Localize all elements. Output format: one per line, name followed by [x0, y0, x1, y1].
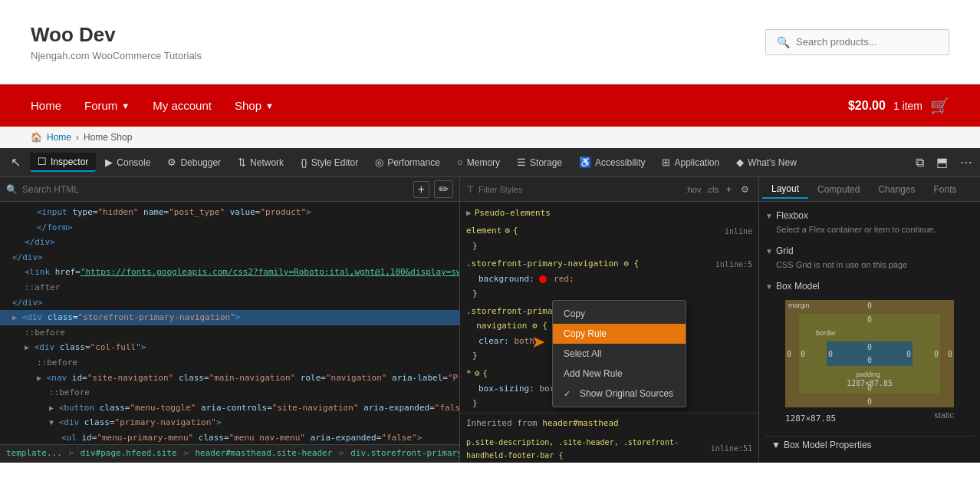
tab-layout[interactable]: Layout: [762, 180, 808, 199]
devtools-responsive-btn[interactable]: ⧉: [911, 153, 929, 173]
margin-right: 0: [948, 350, 952, 358]
site-branding: Woo Dev Njengah.com WooCommerce Tutorial…: [31, 23, 202, 61]
nav-forum[interactable]: Forum ▼: [84, 99, 130, 112]
tab-storage[interactable]: ☰ Storage: [509, 153, 570, 171]
html-line: ▼ <div class="primary-navigation">: [0, 415, 459, 430]
breadcrumb-sep: ›: [76, 132, 79, 143]
shop-dropdown-icon: ▼: [265, 101, 274, 110]
html-line: <ul id="menu-primary-menu" class="menu n…: [0, 430, 459, 444]
storefront-selector-1[interactable]: .storefront-primary-navigation ⚙ { inlin…: [466, 257, 752, 272]
box-model-info: 1287×87.85 static: [785, 410, 954, 424]
flexbox-title[interactable]: ▼ Flexbox: [765, 208, 974, 223]
tab-application[interactable]: ⊞ Application: [654, 153, 727, 171]
box-model-title[interactable]: ▼ Box Model: [765, 279, 974, 294]
search-box[interactable]: 🔍: [765, 29, 949, 55]
breadcrumb-current: Home Shop: [84, 132, 132, 143]
nav-home[interactable]: Home: [31, 99, 61, 112]
position-info: 1287×87.85: [785, 414, 836, 424]
tab-storage-label: Storage: [530, 157, 562, 168]
tab-debugger[interactable]: ⚙ Debugger: [159, 153, 229, 171]
breadcrumb-icon: 🏠: [31, 132, 42, 143]
cart-area[interactable]: $20.00 1 item 🛒: [848, 97, 949, 115]
html-line: <input type="hidden" name="post_type" va…: [0, 205, 459, 220]
tab-inspector[interactable]: ☐ Inspector: [30, 153, 96, 172]
breadcrumb: 🏠 Home › Home Shop: [0, 127, 980, 148]
search-input[interactable]: [796, 36, 938, 48]
forum-dropdown-icon: ▼: [121, 101, 130, 110]
context-menu-arrow: ➤: [531, 332, 545, 352]
cart-price: $20.00: [848, 99, 886, 113]
tab-changes[interactable]: Changes: [869, 181, 924, 198]
html-add-node-btn[interactable]: +: [413, 181, 429, 198]
margin-bottom: 0: [867, 397, 872, 406]
devtools-panels: 🔍 + ✏ <input type="hidden" name="post_ty…: [0, 177, 980, 463]
site-title: Woo Dev: [31, 23, 202, 47]
tab-network[interactable]: ⇅ Network: [230, 153, 291, 171]
tab-network-label: Network: [250, 157, 284, 168]
tab-computed[interactable]: Computed: [808, 181, 869, 198]
grid-title[interactable]: ▼ Grid: [765, 243, 974, 259]
html-pick-btn[interactable]: ✏: [434, 180, 453, 198]
css-panel: ⊤ :hov .cls + ⚙ ▶ Pseudo-elements: [460, 177, 759, 463]
ctx-copy-rule[interactable]: Copy Rule: [553, 324, 686, 344]
css-settings-btn[interactable]: ⚙: [738, 183, 752, 196]
nav-myaccount[interactable]: My account: [153, 99, 212, 112]
nav-links: Home Forum ▼ My account Shop ▼: [31, 99, 274, 112]
css-add-btn[interactable]: +: [723, 183, 735, 196]
css-hov-btn[interactable]: :hov: [686, 185, 702, 194]
grid-toggle-icon: ▼: [765, 247, 773, 255]
box-model-toggle-icon: ▼: [765, 282, 773, 291]
search-icon: 🔍: [777, 36, 790, 48]
tab-style-editor[interactable]: {} Style Editor: [293, 153, 366, 171]
inspector-icon: ☐: [38, 156, 47, 167]
devtools-cursor-btn[interactable]: ↖: [3, 152, 28, 173]
inherited-section: Inherited from header#masthead: [460, 413, 758, 434]
css-filter-input[interactable]: [478, 185, 681, 194]
flexbox-section: ▼ Flexbox Select a Flex container or ite…: [765, 208, 974, 237]
bc-nav: div.storefront-primary-navigation: [350, 448, 459, 458]
css-source: inline: [725, 225, 752, 238]
ctx-select-all[interactable]: Select All: [553, 344, 686, 364]
context-menu: ➤ Copy Copy Rule Select All Add New Rule…: [552, 300, 686, 407]
tab-accessibility[interactable]: ♿ Accessibility: [571, 153, 653, 171]
box-model-props-title[interactable]: ▼ Box Model Properties: [765, 436, 974, 453]
element-selector[interactable]: element ⚙ { inline: [466, 224, 752, 239]
devtools-more-btn[interactable]: ⋯: [955, 152, 977, 173]
css-prop-background: background: red;: [466, 272, 752, 288]
css-toolbar: ⊤ :hov .cls + ⚙: [460, 177, 758, 202]
storage-icon: ☰: [517, 157, 526, 168]
box-model-props-icon: ▼: [771, 440, 781, 450]
html-search-bar[interactable]: 🔍 + ✏: [0, 177, 459, 202]
html-search-input[interactable]: [22, 184, 409, 195]
this-element-section: element ⚙ { inline }: [460, 222, 758, 255]
ctx-show-original[interactable]: Show Original Sources: [553, 384, 686, 404]
tab-fonts[interactable]: Fonts: [924, 181, 965, 198]
html-line: ::before: [0, 325, 459, 341]
ctx-select-all-label: Select All: [564, 348, 601, 359]
bc-template: template...: [6, 448, 62, 458]
tab-console[interactable]: ▶ Console: [97, 153, 158, 171]
cart-icon: 🛒: [930, 97, 949, 115]
css-cls-btn[interactable]: .cls: [705, 185, 719, 194]
inherited-selector-1[interactable]: p.site-description, .site-header, .store…: [466, 436, 752, 462]
border-right: 0: [934, 350, 939, 358]
devtools-dock-btn[interactable]: ⬒: [932, 152, 952, 173]
console-icon: ▶: [105, 157, 113, 168]
breadcrumb-home[interactable]: Home: [47, 132, 71, 143]
margin-left: 0: [787, 350, 791, 358]
pseudo-elements-section: ▶ Pseudo-elements: [460, 205, 758, 222]
css-rule-section-1: .storefront-primary-navigation ⚙ { inlin…: [460, 255, 758, 303]
ctx-add-new-rule[interactable]: Add New Rule: [553, 364, 686, 384]
tab-inspector-label: Inspector: [51, 157, 88, 167]
padding-right: 0: [906, 350, 911, 358]
pseudo-elements-toggle[interactable]: ▶ Pseudo-elements: [466, 206, 752, 221]
tab-performance[interactable]: ◎ Performance: [367, 153, 448, 171]
nav-shop[interactable]: Shop ▼: [235, 99, 274, 112]
html-line: </div>: [0, 295, 459, 311]
tab-whats-new[interactable]: ◆ What's New: [728, 153, 804, 171]
ctx-copy-label: Copy: [564, 308, 585, 319]
ctx-copy[interactable]: Copy: [553, 304, 686, 324]
html-line: ▶ <nav id="site-navigation" class="main-…: [0, 371, 459, 386]
html-line: </form>: [0, 220, 459, 236]
tab-memory[interactable]: ○ Memory: [449, 153, 508, 171]
